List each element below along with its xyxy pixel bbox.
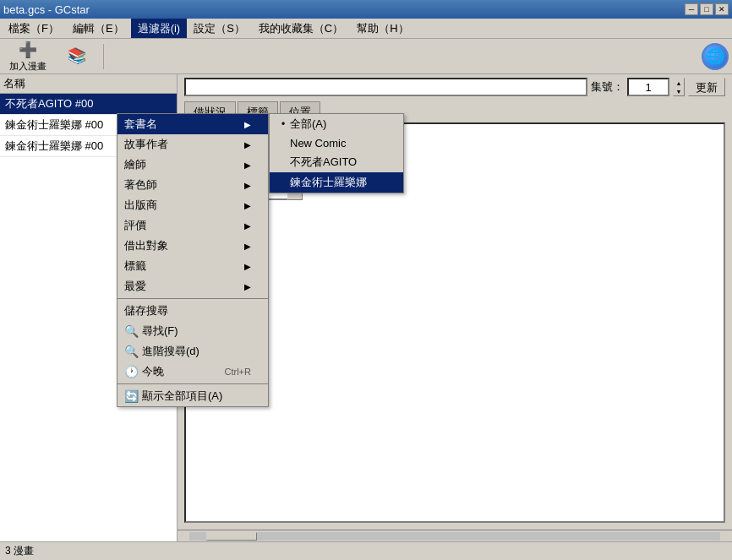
series-label: 套書名 (124, 117, 157, 132)
menu-favorites[interactable]: 最愛 ▶ (117, 276, 268, 296)
menu-advanced[interactable]: 🔍 進階搜尋(d) (117, 341, 268, 362)
submenu-agito[interactable]: 不死者AGITO (270, 152, 403, 172)
episode-number[interactable] (627, 78, 669, 96)
menu-colorist[interactable]: 著色師 ▶ (117, 175, 268, 195)
horizontal-scrollbar[interactable] (178, 530, 732, 541)
check-icon: • (276, 118, 290, 130)
list-item[interactable]: 不死者AGITO #00 (0, 94, 177, 115)
alchemist-label: 鍊金術士羅樂娜 (290, 175, 367, 190)
publisher-label: 出版商 (124, 198, 157, 213)
submenu-new-comic[interactable]: New Comic (270, 134, 403, 152)
colorist-label: 著色師 (124, 177, 157, 193)
tonight-label: 今晚 (142, 364, 164, 379)
maximize-button[interactable]: □ (700, 3, 713, 15)
scrollbar-thumb[interactable] (206, 532, 257, 541)
find-label: 尋找(F) (142, 323, 178, 339)
main-area: 名稱 不死者AGITO #00 鍊金術士羅樂娜 #00 鍊金術士羅樂娜 #00 … (0, 74, 732, 541)
clock-icon: 🕐 (124, 365, 139, 378)
arrow-icon: ▶ (244, 140, 251, 150)
submenu-all[interactable]: • 全部(A) (270, 114, 403, 134)
menu-tags[interactable]: 標籤 ▶ (117, 256, 268, 276)
spin-up[interactable]: ▲ (674, 79, 684, 87)
menu-filter[interactable]: 過濾器(i) (131, 19, 188, 38)
status-text: 3 漫畫 (5, 544, 34, 558)
book-icon: 📚 (68, 46, 86, 65)
favorites-label: 最愛 (124, 279, 146, 294)
menu-settings[interactable]: 設定（S） (187, 19, 252, 38)
minimize-button[interactable]: ─ (685, 3, 698, 15)
tags-label: 標籤 (124, 258, 146, 274)
agito-label: 不死者AGITO (290, 155, 357, 170)
arrow-icon: ▶ (244, 221, 251, 231)
new-comic-label: New Comic (290, 137, 346, 150)
menu-collection[interactable]: 我的收藏集（C） (252, 19, 350, 38)
refresh-icon: 🔄 (124, 389, 139, 403)
list-header: 名稱 (0, 74, 177, 94)
menu-show-all[interactable]: 🔄 顯示全部項目(A) (117, 386, 268, 406)
menu-lent[interactable]: 借出對象 ▶ (117, 236, 268, 256)
arrow-icon: ▶ (244, 120, 251, 129)
globe-button[interactable]: 🌐 (702, 43, 729, 70)
toolbar-separator (103, 44, 104, 69)
lent-label: 借出對象 (124, 238, 168, 253)
statusbar: 3 漫畫 (0, 541, 732, 560)
spin-down[interactable]: ▼ (674, 87, 684, 95)
episode-label: 集號： (591, 79, 624, 95)
titlebar-buttons: ─ □ ✕ (685, 3, 729, 15)
detail-header: 集號： ▲ ▼ 更新 (178, 74, 732, 100)
menu-edit[interactable]: 編輯（E） (66, 19, 131, 38)
show-all-label: 顯示全部項目(A) (142, 389, 222, 404)
filter-menu: 套書名 ▶ 故事作者 ▶ 繪師 ▶ 著色師 ▶ 出版商 ▶ 評價 ▶ (117, 113, 269, 407)
arrow-icon: ▶ (244, 282, 251, 291)
menu-artist[interactable]: 繪師 ▶ (117, 155, 268, 175)
menu-save-search[interactable]: 儲存搜尋 (117, 301, 268, 321)
episode-spinner[interactable]: ▲ ▼ (673, 78, 685, 96)
arrow-icon: ▶ (244, 242, 251, 251)
add-label: 加入漫畫 (9, 60, 46, 73)
arrow-icon: ▶ (244, 201, 251, 210)
save-search-label: 儲存搜尋 (124, 303, 168, 318)
toolbar: ➕ 加入漫畫 📚 🌐 (0, 39, 732, 74)
menu-tonight[interactable]: 🕐 今晚 Ctrl+R (117, 362, 268, 382)
advanced-label: 進階搜尋(d) (142, 344, 199, 359)
menu-series[interactable]: 套書名 ▶ (117, 114, 268, 134)
close-button[interactable]: ✕ (715, 3, 729, 15)
toolbar-action-button[interactable]: 📚 (56, 41, 98, 73)
arrow-icon: ▶ (244, 160, 251, 170)
author-label: 故事作者 (124, 137, 168, 152)
submenu-alchemist[interactable]: 鍊金術士羅樂娜 (270, 172, 403, 193)
find-icon: 🔍 (124, 324, 139, 338)
scrollbar-track (189, 532, 720, 541)
menu-sep-1 (117, 298, 268, 299)
menu-file[interactable]: 檔案（F） (2, 19, 66, 38)
menu-find[interactable]: 🔍 尋找(F) (117, 321, 268, 341)
menu-sep-2 (117, 383, 268, 384)
menu-publisher[interactable]: 出版商 ▶ (117, 195, 268, 215)
rating-label: 評價 (124, 218, 146, 233)
submenu-all-label: 全部(A) (290, 117, 326, 132)
arrow-icon: ▶ (244, 262, 251, 271)
menu-help[interactable]: 幫助（H） (350, 19, 415, 38)
title-input[interactable] (184, 78, 587, 96)
titlebar: beta.gcs - GCstar ─ □ ✕ (0, 0, 732, 19)
artist-label: 繪師 (124, 157, 146, 172)
refresh-button[interactable]: 更新 (688, 78, 725, 96)
menu-rating[interactable]: 評價 ▶ (117, 215, 268, 236)
menu-author[interactable]: 故事作者 ▶ (117, 134, 268, 155)
series-submenu: • 全部(A) New Comic 不死者AGITO 鍊金術士羅樂娜 (269, 113, 404, 193)
globe-icon: 🌐 (706, 47, 724, 66)
menubar: 檔案（F） 編輯（E） 過濾器(i) 設定（S） 我的收藏集（C） 幫助（H） (0, 19, 732, 39)
add-icon: ➕ (19, 41, 37, 59)
arrow-icon: ▶ (244, 181, 251, 190)
advanced-icon: 🔍 (124, 345, 139, 358)
shortcut-tonight: Ctrl+R (225, 367, 251, 377)
add-comic-button[interactable]: ➕ 加入漫畫 (3, 41, 52, 73)
titlebar-title: beta.gcs - GCstar (3, 3, 90, 16)
